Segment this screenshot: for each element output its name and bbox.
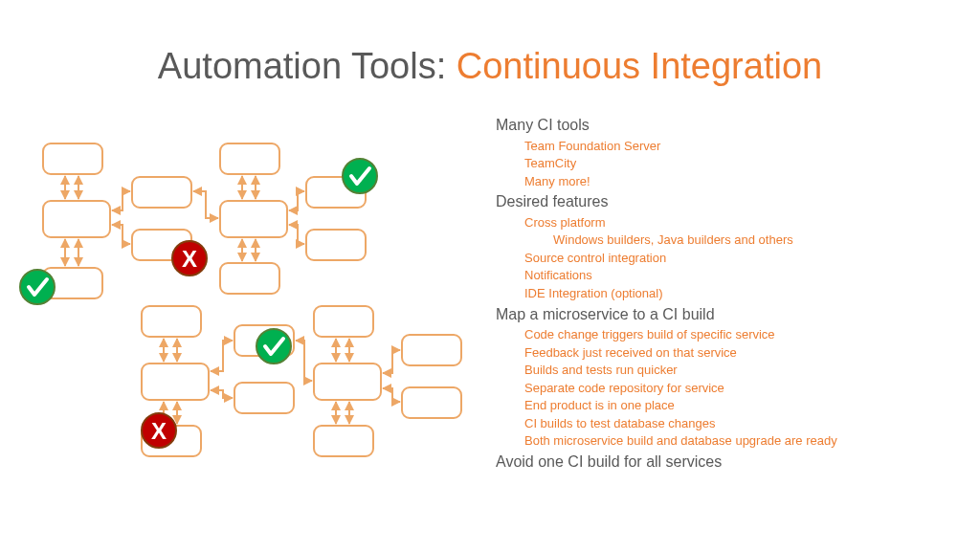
status-check-icon	[256, 329, 291, 364]
bullet: Notifications	[524, 267, 955, 284]
content-outline: Many CI tools Team Foundation Server Tea…	[496, 113, 955, 474]
svg-rect-6	[220, 201, 287, 237]
heading-map-microservice: Map a microservice to a CI build	[496, 304, 955, 325]
svg-rect-3	[132, 177, 191, 208]
status-check-icon	[343, 159, 377, 193]
bullet: Team Foundation Server	[524, 138, 955, 155]
svg-text:X: X	[151, 418, 167, 444]
svg-rect-15	[314, 306, 373, 337]
svg-rect-16	[314, 364, 381, 400]
svg-text:X: X	[182, 246, 197, 272]
bullet: Builds and tests run quicker	[524, 362, 955, 379]
ci-diagram: X X	[19, 134, 479, 497]
bullet: Feedback just received on that service	[524, 344, 955, 362]
title-accent: Continuous Integration	[457, 46, 822, 86]
bullet: TeamCity	[524, 155, 955, 172]
bullet: Code change triggers build of specific s…	[524, 326, 955, 343]
bullet: IDE Integration (optional)	[524, 285, 955, 302]
svg-rect-11	[142, 364, 209, 400]
status-check-icon	[20, 270, 55, 304]
svg-point-38	[256, 329, 291, 364]
svg-rect-10	[142, 306, 201, 337]
svg-rect-5	[220, 143, 279, 174]
title-prefix: Automation Tools:	[158, 46, 457, 86]
svg-rect-17	[314, 426, 373, 456]
svg-rect-14	[234, 383, 294, 413]
svg-rect-9	[306, 230, 366, 260]
heading-ci-tools: Many CI tools	[496, 115, 955, 136]
svg-rect-7	[220, 263, 279, 294]
svg-rect-18	[402, 335, 461, 365]
bullet: CI builds to test database changes	[524, 415, 955, 432]
status-fail-icon: X	[142, 413, 176, 448]
heading-avoid-one-build: Avoid one CI build for all services	[496, 452, 955, 473]
svg-rect-0	[43, 143, 102, 174]
bullet: Source control integration	[524, 250, 955, 267]
slide: Automation Tools: Continuous Integration	[0, 0, 980, 551]
bullet: Many more!	[524, 173, 955, 190]
slide-title: Automation Tools: Continuous Integration	[0, 46, 980, 87]
svg-point-37	[20, 270, 55, 304]
svg-point-36	[343, 159, 377, 193]
svg-rect-19	[402, 387, 461, 418]
bullet: Separate code repository for service	[524, 380, 955, 397]
sub-bullet: Windows builders, Java builders and othe…	[553, 231, 955, 249]
status-fail-icon: X	[172, 241, 207, 276]
bullet: Both microservice build and database upg…	[524, 432, 955, 450]
bullet: Cross platform	[524, 214, 955, 231]
svg-rect-1	[43, 201, 110, 237]
bullet: End product is in one place	[524, 397, 955, 414]
heading-desired-features: Desired features	[496, 191, 955, 212]
